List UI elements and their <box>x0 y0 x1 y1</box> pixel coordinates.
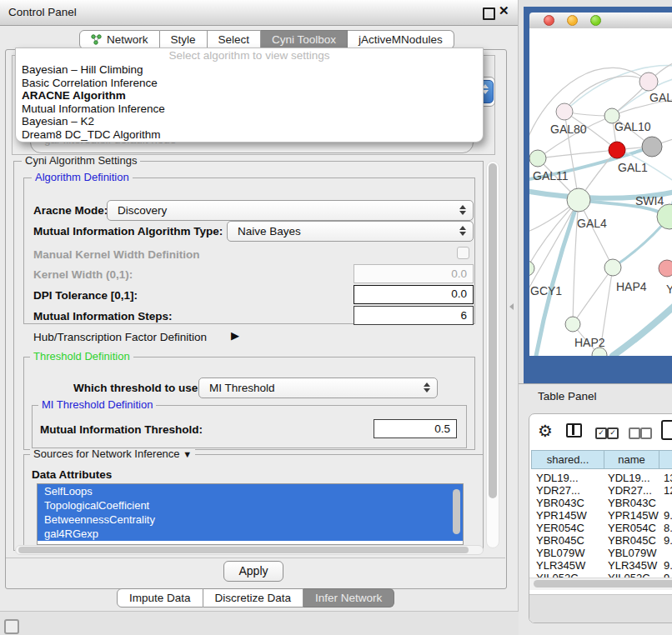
network-canvas[interactable]: GAL GAL80 GAL10 GAL1 GAL11 SWI4 GAL4 GCY… <box>529 28 672 356</box>
cell[interactable]: YLR345W <box>608 559 657 572</box>
cell[interactable]: 13 <box>664 472 672 484</box>
cell[interactable]: 9. <box>664 509 672 522</box>
panel-divider-arrow[interactable] <box>509 303 514 310</box>
cell[interactable]: YBL079W <box>608 547 657 559</box>
dropdown-option-bayesian-k2[interactable]: Bayesian – K2 <box>16 115 483 128</box>
dropdown-option-aracne[interactable]: ARACNE Algorithm <box>16 89 483 102</box>
control-panel-tab-bar: Network Style Select Cyni Toolbox jActiv… <box>79 30 454 49</box>
tab-select[interactable]: Select <box>208 30 262 49</box>
node-swi4[interactable] <box>657 204 672 229</box>
deselect-all-icon-2[interactable] <box>640 428 652 439</box>
table-hscrollbar[interactable] <box>529 578 672 590</box>
cell[interactable]: 9. <box>664 534 672 547</box>
cell[interactable]: YLR345W <box>536 559 585 572</box>
dropdown-option-mutual-information[interactable]: Mutual Information Inference <box>16 102 483 116</box>
hub-definition-label: Hub/Transcription Factor Definition <box>33 331 207 343</box>
list-item[interactable]: TopologicalCoefficient <box>38 498 463 512</box>
node-salmon[interactable] <box>659 260 672 277</box>
table-function-icon[interactable] <box>661 420 672 440</box>
column-header-label: shared... <box>547 453 589 466</box>
cell[interactable]: YPR145W <box>536 509 587 522</box>
dpi-tolerance-field[interactable]: 0.0 <box>354 285 474 304</box>
cell[interactable]: 9. <box>664 559 672 572</box>
minimize-window-icon[interactable] <box>567 15 578 26</box>
dropdown-option-dream8[interactable]: Dream8 DC_TDC Algorithm <box>16 128 483 142</box>
node-label: GAL80 <box>550 122 587 136</box>
node-hap2[interactable] <box>565 317 580 332</box>
select-all-icon[interactable]: ✓ <box>595 428 607 439</box>
aracne-mode-label: Aracne Mode: <box>33 204 108 218</box>
settings-vscrollbar-thumb[interactable] <box>489 163 497 498</box>
kernel-width-value: 0.0 <box>451 268 467 280</box>
node-gray[interactable] <box>642 137 662 157</box>
tab-cyni-toolbox[interactable]: Cyni Toolbox <box>261 30 348 49</box>
mi-steps-label: Mutual Information Steps: <box>33 310 173 323</box>
cell[interactable]: YBR045C <box>536 534 584 547</box>
cell[interactable]: YER054C <box>608 522 656 534</box>
which-threshold-combobox[interactable]: MI Threshold <box>198 378 438 398</box>
settings-vscrollbar[interactable] <box>486 161 499 548</box>
cell[interactable]: YER054C <box>536 522 584 534</box>
float-panel-icon[interactable] <box>483 8 495 20</box>
tab-discretize-data[interactable]: Discretize Data <box>203 588 304 608</box>
cell[interactable]: 12 <box>664 484 672 497</box>
tab-network[interactable]: Network <box>79 30 160 49</box>
cell[interactable]: YBR043C <box>536 497 584 509</box>
select-all-icon-2[interactable]: ✓ <box>607 428 619 439</box>
algorithm-dropdown-popup: Select algorithm to view settings Bayesi… <box>15 48 484 142</box>
apply-button[interactable]: Apply <box>223 561 283 582</box>
node-pink[interactable] <box>639 72 658 91</box>
list-item[interactable]: SelfLoops <box>38 484 463 498</box>
expand-right-icon[interactable]: ▶ <box>231 329 239 342</box>
dropdown-option-bayesian-hill-climbing[interactable]: Bayesian – Hill Climbing <box>16 63 483 77</box>
cell[interactable]: YDL19... <box>608 472 650 484</box>
cell[interactable]: YBR045C <box>608 534 656 547</box>
node-gal4[interactable] <box>567 188 590 212</box>
column-header-cut[interactable] <box>659 450 672 469</box>
restore-panel-icon[interactable] <box>4 619 19 634</box>
list-item[interactable]: BetweennessCentrality <box>38 512 463 527</box>
node-gal80[interactable] <box>556 103 573 120</box>
settings-hscrollbar-thumb[interactable] <box>18 547 469 553</box>
data-attributes-list[interactable]: SelfLoops TopologicalCoefficient Between… <box>37 483 464 545</box>
node-label: SWI4 <box>635 194 664 208</box>
node-gcy1[interactable] <box>529 261 534 276</box>
cell[interactable]: YPR145W <box>608 509 659 522</box>
cell[interactable]: 8. <box>664 522 672 534</box>
column-header-shared-name[interactable]: shared... <box>531 450 604 469</box>
cyni-algorithm-settings-title: Cyni Algorithm Settings <box>22 155 140 167</box>
cell[interactable]: YDR27... <box>536 484 580 497</box>
tab-infer-network[interactable]: Infer Network <box>303 588 394 608</box>
node-label: GAL10 <box>614 120 651 133</box>
tab-impute-data[interactable]: Impute Data <box>117 588 203 608</box>
zoom-window-icon[interactable] <box>590 15 601 26</box>
gear-icon[interactable]: ⚙ <box>538 421 553 441</box>
deselect-all-icon[interactable] <box>629 428 640 439</box>
manual-kernel-width-checkbox[interactable] <box>457 247 469 259</box>
mi-steps-field[interactable]: 6 <box>354 306 474 325</box>
network-window-titlebar[interactable] <box>529 12 672 29</box>
aracne-mode-combobox[interactable]: Discovery <box>107 200 474 221</box>
columns-icon[interactable] <box>566 423 582 438</box>
dropdown-option-basic-correlation[interactable]: Basic Correlation Inference <box>16 77 483 90</box>
node-gal1-red[interactable] <box>609 142 625 158</box>
cell[interactable]: YDR27... <box>608 484 652 497</box>
cell[interactable]: YBR043C <box>608 497 656 509</box>
mi-threshold-field[interactable]: 0.5 <box>374 419 457 438</box>
cell[interactable]: YBL079W <box>536 547 585 559</box>
tab-style[interactable]: Style <box>160 30 208 49</box>
table-hscrollbar-thumb[interactable] <box>534 580 672 588</box>
list-scrollbar-thumb[interactable] <box>453 489 460 534</box>
mi-algorithm-type-combobox[interactable]: Naive Bayes <box>227 221 474 242</box>
collapse-down-icon[interactable]: ▼ <box>183 449 192 459</box>
dropdown-placeholder: Select algorithm to view settings <box>16 48 483 63</box>
close-window-icon[interactable] <box>544 15 554 26</box>
cell[interactable]: YDL19... <box>536 472 579 484</box>
settings-hscrollbar[interactable] <box>15 545 484 555</box>
node-gal11[interactable] <box>529 150 546 167</box>
column-header-name[interactable]: name <box>604 450 659 469</box>
list-item[interactable]: gal4RGexp <box>38 527 463 541</box>
close-panel-icon[interactable]: ✕ <box>499 3 509 18</box>
node-hap4[interactable] <box>604 259 621 276</box>
tab-jactivemnodules[interactable]: jActiveMNodules <box>348 30 454 49</box>
